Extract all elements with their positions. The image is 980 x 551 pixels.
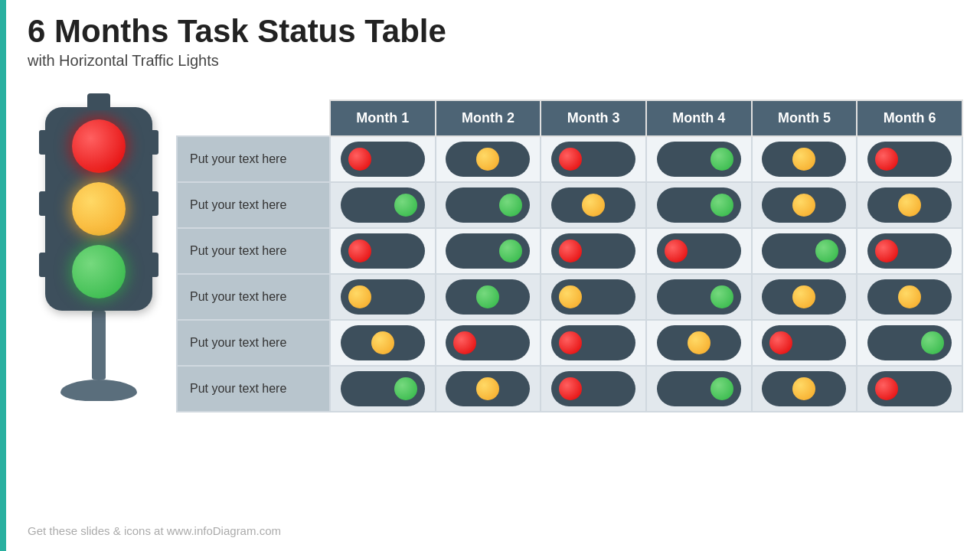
- traffic-light-pill: [762, 233, 846, 269]
- status-dot-red: [875, 377, 898, 400]
- traffic-light-pill: [341, 279, 425, 315]
- traffic-light-red: [72, 119, 126, 173]
- traffic-light-yellow: [72, 182, 126, 236]
- status-dot-yellow: [898, 194, 921, 217]
- traffic-light-pill: [446, 325, 530, 360]
- cell-r3-c3: [646, 274, 752, 320]
- traffic-light-pill: [446, 187, 530, 223]
- traffic-light-pill: [867, 233, 952, 269]
- status-dot-red: [769, 331, 792, 354]
- traffic-light-pill: [657, 279, 741, 315]
- traffic-light-pill: [657, 325, 741, 360]
- status-dot-yellow: [559, 285, 582, 308]
- table-row: Put your text here: [177, 136, 962, 182]
- cell-r0-c3: [646, 136, 752, 182]
- traffic-light-pill: [867, 371, 952, 406]
- status-dot-red: [875, 240, 898, 262]
- col-header-month2: Month 2: [436, 100, 541, 136]
- cell-r5-c0: [330, 366, 436, 412]
- status-table: Month 1 Month 2 Month 3 Month 4 Month 5 …: [176, 99, 963, 412]
- table-row: Put your text here: [177, 228, 962, 274]
- status-dot-green: [710, 377, 733, 400]
- traffic-light-illustration: [28, 107, 169, 490]
- status-dot-red: [559, 240, 582, 262]
- cell-r4-c3: [646, 320, 752, 366]
- traffic-light-pill: [446, 142, 530, 177]
- traffic-light-pole: [92, 311, 106, 380]
- row-label-4: Put your text here: [177, 320, 330, 366]
- tl-ear-right-top: [149, 130, 158, 155]
- traffic-light-pill: [341, 325, 425, 360]
- status-dot-yellow: [792, 377, 815, 400]
- traffic-light-pill: [551, 142, 635, 177]
- status-table-wrapper: Month 1 Month 2 Month 3 Month 4 Month 5 …: [176, 99, 963, 412]
- status-dot-red: [453, 331, 476, 354]
- table-row: Put your text here: [177, 366, 962, 412]
- status-dot-red: [348, 148, 371, 171]
- traffic-light-green: [72, 245, 126, 298]
- traffic-light-pill: [762, 187, 846, 223]
- row-label-1: Put your text here: [177, 182, 330, 228]
- status-dot-green: [394, 194, 417, 217]
- status-dot-yellow: [371, 331, 394, 354]
- traffic-light-pill: [551, 279, 635, 315]
- traffic-light-pill: [446, 233, 530, 269]
- traffic-light-pill: [762, 371, 846, 406]
- table-row: Put your text here: [177, 182, 962, 228]
- col-header-month1: Month 1: [330, 100, 436, 136]
- cell-r2-c4: [752, 228, 858, 274]
- traffic-light-pill: [762, 279, 846, 315]
- cell-r4-c1: [436, 320, 541, 366]
- traffic-light-pill: [657, 142, 741, 177]
- cell-r5-c5: [857, 366, 962, 412]
- cell-r1-c2: [541, 182, 646, 228]
- cell-r4-c0: [330, 320, 436, 366]
- status-dot-red: [559, 377, 582, 400]
- status-dot-green: [710, 148, 733, 171]
- page-subtitle: with Horizontal Traffic Lights: [28, 52, 446, 70]
- cell-r1-c5: [857, 182, 962, 228]
- cell-r3-c1: [436, 274, 541, 320]
- traffic-light-housing: [45, 107, 152, 311]
- traffic-light-pill: [657, 233, 741, 269]
- cell-r0-c1: [436, 136, 541, 182]
- status-dot-yellow: [476, 148, 499, 171]
- traffic-light-pill: [551, 187, 635, 223]
- cell-r1-c4: [752, 182, 858, 228]
- cell-r0-c5: [857, 136, 962, 182]
- traffic-light-base: [60, 380, 137, 401]
- status-dot-yellow: [792, 148, 815, 171]
- cell-r2-c0: [330, 228, 436, 274]
- header: 6 Months Task Status Table with Horizont…: [28, 14, 446, 70]
- cell-r0-c4: [752, 136, 858, 182]
- status-dot-red: [559, 148, 582, 171]
- row-label-3: Put your text here: [177, 274, 330, 320]
- status-dot-green: [921, 331, 944, 354]
- traffic-light-pill: [762, 142, 846, 177]
- status-dot-green: [499, 240, 522, 262]
- traffic-light-pill: [341, 142, 425, 177]
- status-dot-green: [499, 194, 522, 217]
- cell-r2-c1: [436, 228, 541, 274]
- cell-r1-c1: [436, 182, 541, 228]
- cell-r1-c0: [330, 182, 436, 228]
- col-header-month4: Month 4: [646, 100, 752, 136]
- status-dot-yellow: [582, 194, 605, 217]
- cell-r2-c3: [646, 228, 752, 274]
- status-dot-green: [710, 194, 733, 217]
- traffic-light-pill: [341, 371, 425, 406]
- status-dot-green: [476, 285, 499, 308]
- traffic-light-pill: [446, 371, 530, 406]
- cell-r3-c0: [330, 274, 436, 320]
- status-dot-red: [348, 240, 371, 262]
- cell-r0-c0: [330, 136, 436, 182]
- traffic-light-pill: [341, 233, 425, 269]
- cell-r2-c2: [541, 228, 646, 274]
- traffic-light-pill: [551, 325, 635, 360]
- cell-r5-c2: [541, 366, 646, 412]
- cell-r5-c4: [752, 366, 858, 412]
- status-dot-yellow: [688, 331, 710, 354]
- cell-r2-c5: [857, 228, 962, 274]
- traffic-light-pill: [867, 142, 952, 177]
- left-accent: [0, 0, 6, 551]
